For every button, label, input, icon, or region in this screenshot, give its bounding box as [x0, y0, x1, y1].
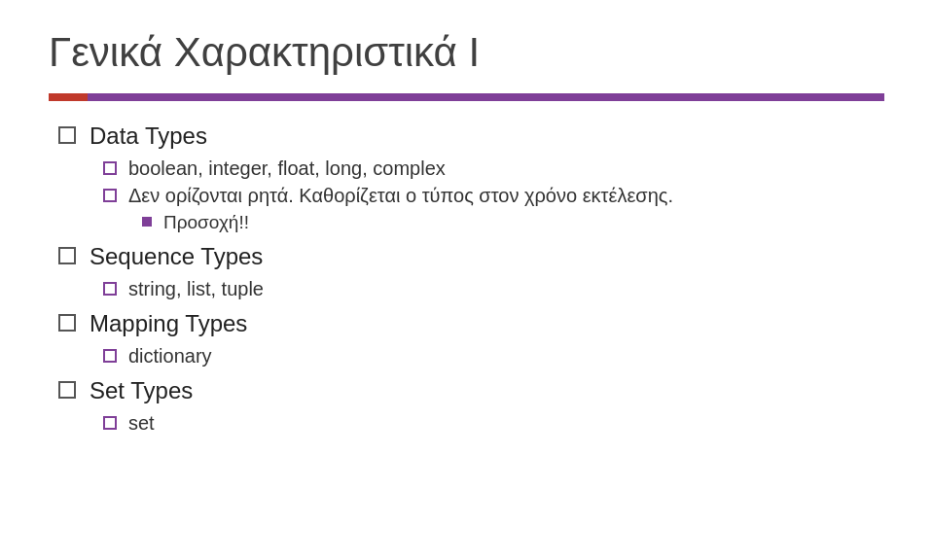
slide-title: Γενικά Χαρακτηριστικά Ι [49, 29, 884, 76]
section-mapping-types: Mapping Types dictionary [58, 310, 884, 368]
bullet-icon-warning [142, 217, 152, 227]
checkbox-icon-sequence-types [58, 247, 76, 264]
level2-mapping-types: dictionary [103, 345, 884, 368]
accent-bar-left [49, 93, 88, 101]
label-seq: string, list, tuple [128, 278, 264, 300]
checkbox-icon-mapping-types [58, 314, 76, 332]
label-nodeclare: Δεν ορίζονται ρητά. Καθορίζεται ο τύπος … [128, 185, 673, 207]
checkbox-icon-set-types [58, 381, 76, 399]
checkbox-icon-nodeclare [103, 189, 117, 202]
checkbox-icon-data-types [58, 126, 76, 144]
level1-item-data-types: Data Types [58, 122, 884, 150]
level1-item-mapping-types: Mapping Types [58, 310, 884, 337]
level3-warning: Προσοχή!! [142, 212, 884, 233]
checkbox-icon-primitives [103, 161, 117, 175]
label-set: set [128, 412, 155, 435]
label-primitives: boolean, integer, float, long, complex [128, 158, 446, 180]
section-sequence-types: Sequence Types string, list, tuple [58, 243, 884, 300]
level2-data-types: boolean, integer, float, long, complex Δ… [103, 158, 884, 233]
level2-item-nodeclare: Δεν ορίζονται ρητά. Καθορίζεται ο τύπος … [103, 185, 884, 207]
level2-item-set: set [103, 412, 884, 435]
level2-item-seq: string, list, tuple [103, 278, 884, 300]
label-sequence-types: Sequence Types [90, 243, 263, 270]
label-dict: dictionary [128, 345, 212, 368]
content-area: Data Types boolean, integer, float, long… [49, 122, 884, 435]
label-mapping-types: Mapping Types [90, 310, 247, 337]
level1-item-set-types: Set Types [58, 377, 884, 404]
label-data-types: Data Types [90, 122, 207, 150]
level2-set-types: set [103, 412, 884, 435]
level2-item-primitives: boolean, integer, float, long, complex [103, 158, 884, 180]
checkbox-icon-dict [103, 349, 117, 363]
level3-item-warning: Προσοχή!! [142, 212, 884, 233]
label-set-types: Set Types [90, 377, 193, 404]
checkbox-icon-seq [103, 282, 117, 296]
level1-item-sequence-types: Sequence Types [58, 243, 884, 270]
checkbox-icon-set [103, 416, 117, 430]
label-warning: Προσοχή!! [163, 212, 249, 233]
section-set-types: Set Types set [58, 377, 884, 435]
level2-sequence-types: string, list, tuple [103, 278, 884, 300]
level2-item-dict: dictionary [103, 345, 884, 368]
accent-bar [49, 93, 884, 101]
accent-bar-right [88, 93, 884, 101]
section-data-types: Data Types boolean, integer, float, long… [58, 122, 884, 233]
slide: Γενικά Χαρακτηριστικά Ι Data Types boole… [0, 0, 933, 560]
